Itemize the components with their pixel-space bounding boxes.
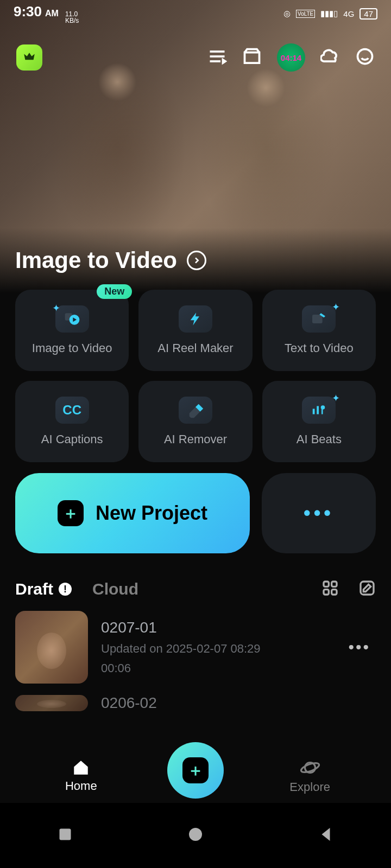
draft-item[interactable]: 0206-02 <box>15 694 376 712</box>
draft-updated: Updated on 2025-02-07 08:29 <box>101 642 330 656</box>
new-badge: New <box>97 284 132 299</box>
more-actions-button[interactable]: ••• <box>262 473 376 553</box>
svg-point-17 <box>300 761 320 774</box>
status-ampm: AM <box>45 9 59 18</box>
status-time: 9:30 <box>14 3 42 20</box>
svg-rect-10 <box>321 409 323 414</box>
svg-rect-6 <box>312 315 323 323</box>
plus-icon: ＋ <box>182 757 209 783</box>
plus-icon: ＋ <box>58 500 84 526</box>
alert-icon: ! <box>59 583 72 596</box>
draft-list: 0207-01 Updated on 2025-02-07 08:29 00:0… <box>0 599 391 712</box>
tab-draft-label: Draft <box>15 580 53 598</box>
svg-point-3 <box>358 49 373 64</box>
sync-timer-text: 04:14 <box>281 53 301 62</box>
svg-rect-12 <box>332 582 337 586</box>
tool-label: AI Reel Maker <box>157 341 233 355</box>
shop-icon[interactable] <box>242 47 262 68</box>
nav-explore[interactable]: Explore <box>278 757 343 794</box>
tool-label: AI Captions <box>41 432 103 446</box>
hotspot-icon: ◎ <box>283 9 291 18</box>
chevron-right-icon <box>187 251 206 270</box>
planet-icon <box>300 757 320 778</box>
volte-icon: VoLTE <box>296 10 315 18</box>
system-nav-bar <box>0 803 391 868</box>
tool-ai-remover[interactable]: AI Remover <box>138 381 252 462</box>
hero-banner[interactable]: 04:14 Image to Video <box>0 0 391 293</box>
tab-cloud-label: Cloud <box>92 580 138 598</box>
remover-icon <box>179 397 212 424</box>
draft-duration: 00:06 <box>101 661 330 675</box>
svg-rect-14 <box>332 590 337 595</box>
network-speed: 11.0 KB/s <box>65 11 79 24</box>
tools-grid: New ✦ Image to Video AI Reel Maker ✦ Tex… <box>0 290 391 462</box>
premium-crown-button[interactable] <box>16 44 42 71</box>
bottom-nav: Home ＋ Explore <box>0 749 391 803</box>
tool-label: AI Beats <box>297 432 342 446</box>
more-dots-icon: ••• <box>304 502 334 525</box>
grid-view-icon[interactable] <box>321 579 339 599</box>
tool-ai-captions[interactable]: CC AI Captions <box>15 381 129 462</box>
beats-icon: ✦ <box>302 397 336 424</box>
draft-thumbnail <box>15 695 88 711</box>
status-bar: 9:30 AM 11.0 KB/s ◎ VoLTE ▮▮▮▯ 4G 47 <box>0 0 391 27</box>
svg-point-19 <box>189 828 202 841</box>
image-to-video-icon: ✦ <box>55 305 89 333</box>
svg-rect-18 <box>60 829 71 840</box>
draft-more-button[interactable]: ••• <box>343 638 376 656</box>
nav-home-label: Home <box>65 779 97 793</box>
draft-thumbnail <box>15 611 88 684</box>
playlist-icon[interactable] <box>207 47 227 68</box>
tab-draft[interactable]: Draft ! <box>15 580 72 598</box>
tool-label: Text to Video <box>285 341 354 355</box>
new-project-button[interactable]: ＋ New Project <box>15 473 250 553</box>
svg-rect-15 <box>361 582 374 595</box>
nav-explore-label: Explore <box>289 780 330 794</box>
svg-rect-11 <box>324 582 329 586</box>
nav-home[interactable]: Home <box>48 758 113 793</box>
profile-icon[interactable] <box>355 47 375 68</box>
svg-rect-8 <box>317 406 319 414</box>
draft-name: 0206-02 <box>101 694 376 712</box>
tool-ai-beats[interactable]: ✦ AI Beats <box>262 381 376 462</box>
network-type: 4G <box>343 9 354 18</box>
back-button[interactable] <box>316 825 336 846</box>
hero-title-text: Image to Video <box>15 247 177 273</box>
tool-label: Image to Video <box>32 341 112 355</box>
tool-image-to-video[interactable]: New ✦ Image to Video <box>15 290 129 371</box>
draft-item[interactable]: 0207-01 Updated on 2025-02-07 08:29 00:0… <box>15 611 376 684</box>
svg-rect-13 <box>324 590 329 595</box>
battery-indicator: 47 <box>360 8 377 20</box>
draft-name: 0207-01 <box>101 619 330 636</box>
captions-icon: CC <box>55 397 89 424</box>
tab-cloud[interactable]: Cloud <box>92 580 138 598</box>
tool-ai-reel-maker[interactable]: AI Reel Maker <box>138 290 252 371</box>
signal-icon: ▮▮▮▯ <box>320 9 338 18</box>
recents-button[interactable] <box>55 825 75 846</box>
edit-icon[interactable] <box>358 579 376 599</box>
hero-title-link[interactable]: Image to Video <box>15 247 206 273</box>
reel-maker-icon <box>179 305 212 333</box>
tool-text-to-video[interactable]: ✦ Text to Video <box>262 290 376 371</box>
drafts-tabs: Draft ! Cloud <box>0 579 391 599</box>
sync-timer-badge[interactable]: 04:14 <box>277 43 305 72</box>
create-fab[interactable]: ＋ <box>167 742 224 799</box>
text-to-video-icon: ✦ <box>302 305 336 333</box>
svg-rect-7 <box>313 409 315 414</box>
cloud-icon[interactable] <box>320 47 340 68</box>
new-project-label: New Project <box>96 502 207 525</box>
action-row: ＋ New Project ••• <box>0 473 391 553</box>
home-icon <box>72 758 90 777</box>
home-button[interactable] <box>186 825 205 846</box>
tool-label: AI Remover <box>164 432 227 446</box>
